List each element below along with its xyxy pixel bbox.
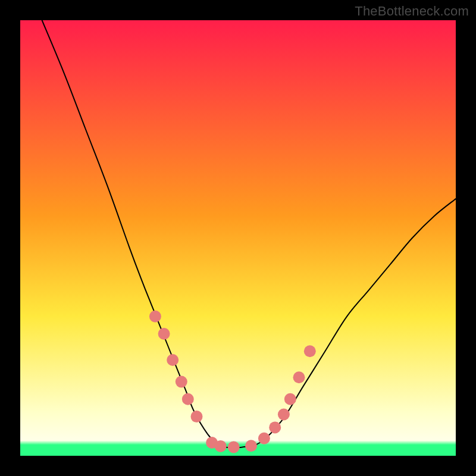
watermark-text: TheBottleneck.com xyxy=(355,4,469,19)
curve-dot xyxy=(191,411,203,422)
curve-dot xyxy=(182,393,194,405)
curve-dot xyxy=(158,328,170,340)
curve-dot xyxy=(269,421,281,433)
curve-dot xyxy=(228,441,240,453)
plot-svg xyxy=(20,20,456,456)
chart-stage: TheBottleneck.com xyxy=(0,0,476,476)
curve-dot xyxy=(304,345,316,357)
plot-area xyxy=(20,20,456,456)
curve-dot xyxy=(284,393,296,405)
curve-dot xyxy=(245,440,257,452)
curve-dot xyxy=(176,376,187,388)
curve-dot xyxy=(149,311,161,322)
curve-dot xyxy=(293,371,305,383)
curve-dot xyxy=(167,354,178,366)
curve-dot xyxy=(278,409,290,421)
curve-dot xyxy=(258,433,270,444)
curve-dot xyxy=(215,440,227,452)
gradient-background xyxy=(20,20,456,456)
